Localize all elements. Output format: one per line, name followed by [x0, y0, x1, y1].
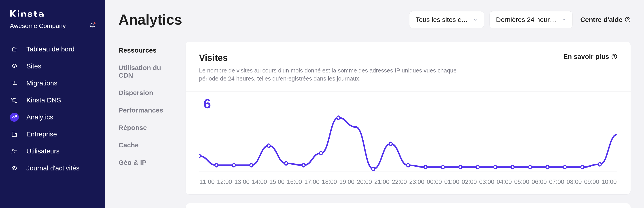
chevron-down-icon — [562, 16, 566, 24]
analytics-icon — [10, 113, 19, 122]
nav-item-label: Utilisateurs — [26, 148, 60, 155]
svg-point-25 — [302, 164, 305, 167]
svg-point-39 — [564, 165, 566, 169]
x-tick: 09:00 — [584, 178, 599, 186]
nav-item-analytics[interactable]: Analytics — [5, 109, 100, 126]
card-title: Visites — [199, 53, 474, 63]
svg-point-29 — [389, 142, 392, 146]
x-tick: 21:00 — [374, 178, 390, 186]
notifications-icon[interactable] — [90, 22, 95, 29]
x-tick: 12:00 — [217, 178, 232, 186]
svg-point-17 — [614, 58, 614, 58]
help-center-link[interactable]: Centre d'aide — [580, 16, 630, 24]
x-tick: 01:00 — [444, 178, 460, 186]
svg-point-23 — [267, 144, 270, 148]
svg-point-10 — [12, 149, 14, 151]
topbar: Analytics Tous les sites c… Dernières 24… — [105, 0, 644, 35]
chevron-down-icon — [473, 16, 478, 24]
subnav-item[interactable]: Ressources — [118, 42, 177, 59]
eye-icon — [10, 164, 19, 173]
x-tick: 22:00 — [392, 178, 407, 186]
learn-more-label: En savoir plus — [563, 53, 609, 60]
x-tick: 23:00 — [409, 178, 424, 186]
nav-item-users[interactable]: Utilisateurs — [5, 143, 100, 160]
x-tick: 19:00 — [340, 178, 355, 186]
x-tick: 15:00 — [270, 178, 285, 186]
help-center-label: Centre d'aide — [580, 16, 622, 24]
svg-rect-3 — [12, 98, 14, 99]
x-tick: 20:00 — [357, 178, 372, 186]
nav-list: Tableau de bordSitesMigrationsKinsta DNS… — [5, 41, 100, 177]
svg-point-20 — [215, 164, 218, 167]
svg-point-19 — [199, 154, 200, 158]
svg-point-26 — [320, 152, 322, 155]
nav-item-label: Sites — [26, 62, 41, 70]
subnav-item[interactable]: Dispersion — [118, 84, 177, 102]
top-controls: Tous les sites c… Dernières 24 heur… Cen… — [409, 11, 630, 28]
svg-point-38 — [546, 165, 549, 169]
nav-item-layers[interactable]: Sites — [5, 58, 100, 75]
subnav-item[interactable]: Performances — [118, 102, 177, 119]
svg-point-34 — [476, 165, 479, 169]
migrate-icon — [10, 79, 19, 88]
subnav-item[interactable]: Cache — [118, 136, 177, 154]
x-tick: 11:00 — [200, 178, 215, 186]
company-icon — [10, 130, 19, 139]
subnav-item[interactable]: Réponse — [118, 119, 177, 136]
svg-point-36 — [511, 165, 514, 169]
svg-marker-2 — [12, 64, 17, 66]
x-axis-ticks: 11:0012:0013:0014:0015:0016:0017:0018:00… — [199, 178, 617, 186]
x-tick: 14:00 — [252, 178, 267, 186]
svg-point-31 — [424, 165, 427, 169]
range-select-label: Dernières 24 heur… — [496, 16, 556, 24]
svg-point-21 — [232, 164, 235, 167]
svg-rect-1 — [18, 12, 19, 16]
svg-rect-6 — [15, 134, 16, 136]
x-tick: 18:00 — [322, 178, 337, 186]
users-icon — [10, 147, 19, 156]
subnav-item[interactable]: Utilisation du CDN — [118, 59, 177, 84]
nav-item-migrate[interactable]: Migrations — [5, 75, 100, 92]
svg-point-32 — [442, 165, 444, 169]
nav-item-dns[interactable]: Kinsta DNS — [5, 92, 100, 109]
x-tick: 02:00 — [462, 178, 477, 186]
svg-point-37 — [528, 165, 532, 169]
subnav-item[interactable]: Géo & IP — [118, 154, 177, 171]
svg-point-27 — [337, 116, 340, 120]
main: Analytics Tous les sites c… Dernières 24… — [105, 0, 644, 208]
notification-dot — [93, 22, 96, 24]
brand-row — [5, 9, 100, 18]
svg-point-40 — [581, 165, 584, 169]
range-select[interactable]: Dernières 24 heur… — [490, 11, 573, 28]
svg-point-13 — [14, 168, 15, 169]
dns-icon — [10, 96, 19, 105]
sites-select[interactable]: Tous les sites c… — [409, 11, 484, 28]
divider — [186, 91, 630, 92]
x-tick: 10:00 — [602, 178, 617, 186]
x-tick: 08:00 — [567, 178, 582, 186]
svg-point-24 — [285, 162, 288, 165]
svg-point-28 — [372, 167, 374, 171]
svg-point-30 — [406, 164, 410, 167]
visits-chart: 11:0012:0013:0014:0015:0016:0017:0018:00… — [199, 114, 617, 186]
nav-item-label: Tableau de bord — [26, 46, 74, 53]
layers-icon — [10, 62, 19, 71]
page-title: Analytics — [118, 12, 182, 28]
visits-card: Visites Le nombre de visites au cours d'… — [186, 42, 630, 194]
kinsta-logo[interactable] — [10, 9, 50, 18]
learn-more-link[interactable]: En savoir plus — [563, 53, 617, 60]
svg-point-35 — [494, 165, 497, 169]
x-tick: 00:00 — [427, 178, 442, 186]
nav-item-label: Kinsta DNS — [26, 96, 61, 104]
nav-item-home[interactable]: Tableau de bord — [5, 41, 100, 58]
home-icon — [10, 45, 19, 54]
subnav: RessourcesUtilisation du CDNDispersionPe… — [118, 42, 177, 208]
company-name[interactable]: Awesome Company — [10, 22, 66, 30]
nav-item-company[interactable]: Entreprise — [5, 126, 100, 143]
nav-item-label: Entreprise — [26, 130, 57, 138]
nav-item-label: Analytics — [26, 114, 53, 121]
nav-item-label: Journal d'activités — [26, 164, 80, 172]
nav-item-eye[interactable]: Journal d'activités — [5, 160, 100, 177]
svg-point-41 — [598, 162, 601, 166]
svg-point-22 — [250, 164, 253, 167]
